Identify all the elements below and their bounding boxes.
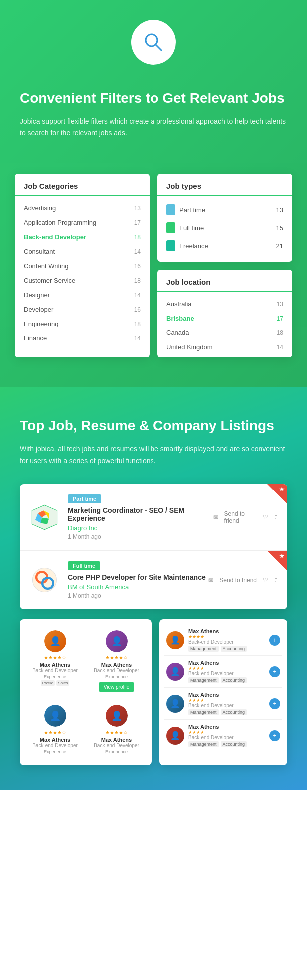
experience-label: Experience	[105, 749, 128, 754]
skill-tags: Management Accounting	[188, 677, 265, 683]
right-cards-column: Job types Part time 13 Full time	[157, 174, 292, 357]
list-item[interactable]: Back-end Developer 18	[15, 230, 150, 244]
resume-item: 👤 ★★★★☆ Max Athens Back-end Developer Ex…	[27, 626, 83, 696]
avatar-image: 👤	[44, 705, 66, 727]
job-type-badge: Part time	[68, 494, 101, 503]
rating-stars: ★★★★☆	[105, 655, 128, 660]
job-types-title: Job types	[166, 182, 201, 190]
job-info: Part time Marketing Coordinator - SEO / …	[68, 494, 213, 540]
profile-role: Back-end Developer	[188, 703, 265, 708]
profile-info: Max Athens ★★★★ Back-end Developer Manag…	[188, 660, 265, 683]
connect-button[interactable]: +	[269, 666, 280, 677]
avatar: 👤	[166, 727, 184, 745]
job-location-title: Job location	[166, 278, 210, 286]
avatar: 👤	[166, 631, 184, 649]
connect-button[interactable]: +	[269, 730, 280, 741]
share-icon[interactable]: ⤴	[274, 577, 277, 584]
list-item[interactable]: Part time 13	[157, 201, 292, 219]
section-listings: Top Job, Resume & Company Listings With …	[0, 387, 307, 790]
category-name: Application Programming	[24, 219, 96, 226]
job-listing-item: Full time Core PHP Developer for Site Ma…	[20, 551, 287, 609]
category-count: 14	[134, 248, 141, 255]
section1-title: Convenient Filters to Get Relevant Jobs	[20, 90, 287, 107]
category-name: Advertising	[24, 204, 56, 212]
skill-tag: Profile	[41, 680, 55, 686]
resume-item: 👤 ★★★★☆ Max Athens Back-end Developer Ex…	[88, 626, 145, 696]
list-item[interactable]: Canada 18	[157, 326, 292, 340]
part-time-icon	[166, 204, 175, 215]
avatar: 👤	[44, 630, 66, 652]
rating-stars: ★★★★☆	[44, 655, 66, 660]
list-item[interactable]: Full time 15	[157, 219, 292, 237]
skill-tags: Profile Sales	[41, 680, 70, 686]
category-count: 13	[134, 205, 141, 212]
company-logo	[30, 565, 60, 595]
section2-title: Top Job, Resume & Company Listings	[20, 417, 287, 434]
job-type-left: Freelance	[166, 240, 208, 251]
profile-name: Max Athens	[40, 662, 70, 668]
profile-list-item: 👤 Max Athens ★★★★ Back-end Developer Man…	[164, 624, 282, 656]
category-count: 14	[134, 292, 141, 299]
skill-tags: Management Accounting	[188, 741, 265, 747]
job-types-card: Job types Part time 13 Full time	[157, 174, 292, 262]
heart-icon[interactable]: ♡	[263, 577, 268, 584]
job-title: Marketing Coordinator - SEO / SEM Experi…	[68, 506, 213, 522]
location-name-highlight: Brisbane	[166, 315, 194, 322]
job-type-name: Full time	[179, 224, 204, 232]
share-icon[interactable]: ⤴	[274, 514, 277, 521]
location-count: 13	[277, 301, 283, 308]
skill-tag: Management	[188, 677, 219, 683]
heart-icon[interactable]: ♡	[263, 514, 268, 521]
profile-role: Back-end Developer	[32, 668, 78, 673]
list-item[interactable]: Customer Service 18	[15, 273, 150, 288]
category-name-highlight: Back-end Developer	[24, 233, 86, 241]
list-item[interactable]: Content Writing 16	[15, 259, 150, 273]
list-item[interactable]: Australia 13	[157, 297, 292, 311]
job-listings-card: Part time Marketing Coordinator - SEO / …	[20, 484, 287, 609]
rating-stars: ★★★★	[188, 698, 265, 703]
bm-logo-icon	[30, 565, 60, 595]
send-to-friend-label[interactable]: Send to friend	[219, 577, 257, 584]
list-item[interactable]: United Kingdom 14	[157, 340, 292, 354]
profile-name: Max Athens	[40, 737, 70, 743]
list-item[interactable]: Application Programming 17	[15, 215, 150, 230]
list-item[interactable]: Engineering 18	[15, 317, 150, 331]
list-item[interactable]: Freelance 21	[157, 237, 292, 255]
skill-tag: Sales	[56, 680, 69, 686]
job-type-left: Full time	[166, 222, 204, 233]
profile-role: Back-end Developer	[188, 671, 265, 676]
rating-stars: ★★★★☆	[44, 730, 66, 735]
profile-name: Max Athens	[188, 660, 265, 666]
list-item[interactable]: Designer 14	[15, 288, 150, 302]
profile-name: Max Athens	[101, 662, 132, 668]
job-actions: ✉ Send to friend ♡ ⤴	[208, 577, 277, 584]
job-type-count: 15	[276, 224, 283, 232]
location-count: 17	[277, 315, 283, 322]
skill-tag: Accounting	[221, 677, 247, 683]
list-item[interactable]: Brisbane 17	[157, 311, 292, 326]
view-profile-button[interactable]: View profile	[99, 682, 135, 692]
list-item[interactable]: Developer 16	[15, 302, 150, 317]
send-to-friend-label[interactable]: Send to friend	[224, 510, 257, 524]
category-count: 18	[134, 321, 141, 327]
profile-name: Max Athens	[188, 724, 265, 730]
category-count-highlight: 18	[134, 234, 141, 241]
list-item[interactable]: Advertising 13	[15, 201, 150, 215]
list-item[interactable]: Consultant 14	[15, 244, 150, 259]
skill-tag: Management	[188, 709, 219, 715]
job-type-name: Freelance	[179, 242, 208, 250]
featured-badge	[267, 484, 287, 504]
connect-button[interactable]: +	[269, 635, 280, 646]
skill-tag: Management	[188, 646, 219, 652]
list-item[interactable]: Finance 14	[15, 331, 150, 345]
freelance-icon	[166, 240, 175, 251]
profile-info: Max Athens ★★★★ Back-end Developer Manag…	[188, 724, 265, 747]
job-actions: ✉ Send to friend ♡ ⤴	[213, 510, 277, 524]
job-time: 1 Month ago	[68, 592, 206, 599]
resume-grid: 👤 ★★★★☆ Max Athens Back-end Developer Ex…	[27, 626, 145, 758]
profile-role: Back-end Developer	[188, 735, 265, 740]
connect-button[interactable]: +	[269, 698, 280, 709]
category-name: Content Writing	[24, 262, 68, 270]
category-name: Developer	[24, 306, 53, 313]
job-categories-body: Advertising 13 Application Programming 1…	[15, 196, 150, 350]
